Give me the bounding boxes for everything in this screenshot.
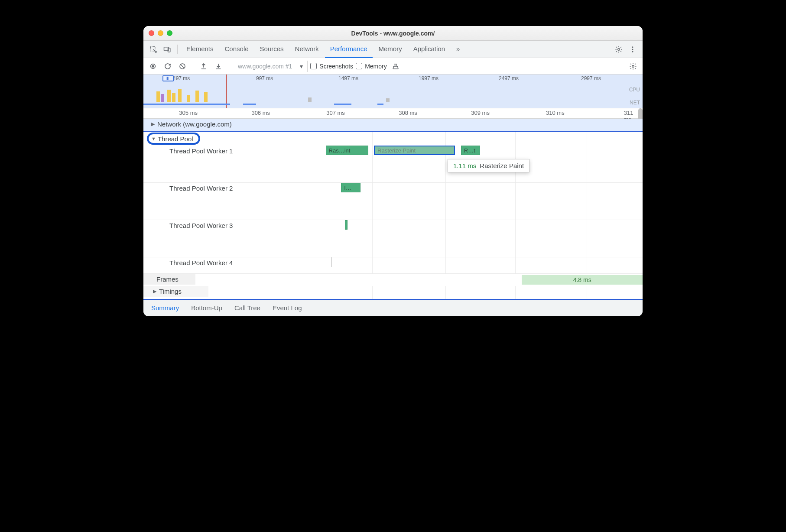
detail-tab-bottomup[interactable]: Bottom-Up	[189, 299, 224, 316]
svg-point-6	[632, 51, 633, 52]
chevron-down-icon: ▼	[151, 136, 156, 141]
settings-icon[interactable]	[612, 43, 625, 56]
chevron-down-icon: ▾	[300, 63, 303, 70]
worker1-label: Thread Pool Worker 1	[143, 146, 256, 156]
window-controls	[149, 30, 172, 36]
network-label-text: Network (ww.google.com)	[157, 120, 232, 128]
svg-point-10	[632, 65, 634, 67]
more-tabs-button[interactable]: »	[451, 41, 465, 58]
memory-label: Memory	[365, 63, 387, 70]
overview-tick: 2997 ms	[581, 75, 601, 81]
tooltip-name: Rasterize Paint	[480, 162, 524, 169]
tab-memory[interactable]: Memory	[374, 41, 407, 58]
window-title: DevTools - www.google.com/	[351, 30, 435, 37]
download-icon[interactable]	[212, 60, 224, 72]
network-track-label: ▶ Network (ww.google.com)	[143, 119, 256, 130]
net-bar	[243, 104, 256, 105]
timings-track[interactable]: ▶ Timings	[143, 286, 643, 299]
capture-settings-icon[interactable]	[627, 60, 639, 72]
detail-tab-calltree[interactable]: Call Tree	[233, 299, 262, 316]
tooltip-time: 1.11 ms	[453, 162, 476, 169]
close-window-button[interactable]	[149, 30, 154, 36]
timings-label: ▶ Timings	[143, 286, 208, 297]
timings-label-text: Timings	[159, 288, 182, 295]
separator	[193, 62, 193, 71]
zoom-window-button[interactable]	[167, 30, 172, 36]
ruler-tick: 306 ms	[251, 110, 270, 116]
overview-tick: 497 ms	[173, 75, 190, 81]
performance-toolbar: www.google.com #1 ▾ Screenshots Memory	[143, 58, 643, 75]
worker4-label: Thread Pool Worker 4	[143, 257, 256, 268]
tab-sources[interactable]: Sources	[255, 41, 289, 58]
timeline-overview[interactable]: 497 ms 997 ms 1497 ms 1997 ms 2497 ms 29…	[143, 75, 643, 108]
inspect-element-icon[interactable]	[147, 43, 160, 56]
ruler-tick: 308 ms	[399, 110, 417, 116]
clear-icon[interactable]	[176, 60, 188, 72]
garbage-collect-icon[interactable]	[390, 60, 402, 72]
network-track[interactable]: ▶ Network (ww.google.com)	[143, 119, 643, 132]
overview-tick: 2497 ms	[499, 75, 519, 81]
screenshots-checkbox[interactable]: Screenshots	[310, 63, 353, 70]
ruler-tick: 309 ms	[471, 110, 490, 116]
flame-event-tiny[interactable]	[331, 257, 332, 267]
upload-icon[interactable]	[198, 60, 210, 72]
frames-track[interactable]: Frames 4.8 ms	[143, 274, 643, 286]
frame-block[interactable]: 4.8 ms	[522, 275, 643, 285]
tab-console[interactable]: Console	[220, 41, 254, 58]
separator	[229, 62, 229, 71]
worker2-label: Thread Pool Worker 2	[143, 183, 256, 194]
worker1-track[interactable]: Thread Pool Worker 1 Ras…int Rasterize P…	[143, 146, 643, 183]
overview-tick: 997 ms	[256, 75, 273, 81]
panel-tabbar: Elements Console Sources Network Perform…	[143, 41, 643, 58]
recording-name: www.google.com #1	[238, 63, 292, 70]
overview-tick: 1497 ms	[338, 75, 358, 81]
chevron-right-icon: ▶	[151, 121, 155, 127]
net-bar	[334, 104, 351, 105]
checkbox-icon	[310, 63, 317, 69]
worker4-track[interactable]: Thread Pool Worker 4	[143, 257, 643, 274]
device-toggle-icon[interactable]	[161, 43, 174, 56]
thread-pool-label: Thread Pool	[158, 135, 193, 143]
worker3-label: Thread Pool Worker 3	[143, 220, 256, 231]
worker2-track[interactable]: Thread Pool Worker 2 I…	[143, 183, 643, 220]
checkbox-icon	[356, 63, 362, 69]
tab-network[interactable]: Network	[290, 41, 324, 58]
memory-checkbox[interactable]: Memory	[356, 63, 387, 70]
flamechart-area[interactable]: ▶ Network (ww.google.com) ▼ Thread Pool …	[143, 119, 643, 299]
flame-event[interactable]: R…t	[461, 146, 481, 155]
ruler-tick: 307 ms	[326, 110, 345, 116]
net-bar	[143, 104, 230, 105]
ruler-tick: 310 ms	[546, 110, 565, 116]
window-titlebar: DevTools - www.google.com/	[143, 26, 643, 41]
kebab-menu-icon[interactable]	[626, 43, 639, 56]
devtools-window: DevTools - www.google.com/ Elements Cons…	[143, 26, 643, 316]
detail-tab-eventlog[interactable]: Event Log	[271, 299, 304, 316]
tab-elements[interactable]: Elements	[181, 41, 219, 58]
svg-point-8	[152, 65, 154, 67]
flame-event[interactable]: Ras…int	[326, 146, 368, 155]
svg-point-3	[618, 48, 620, 50]
divider	[177, 45, 178, 54]
minimize-window-button[interactable]	[158, 30, 163, 36]
chevron-right-icon: ▶	[153, 289, 156, 294]
record-button-icon[interactable]	[147, 60, 159, 72]
flame-event[interactable]: I…	[341, 183, 361, 192]
flame-event[interactable]	[345, 220, 347, 230]
reload-record-icon[interactable]	[162, 60, 174, 72]
tab-performance[interactable]: Performance	[325, 41, 373, 58]
svg-point-4	[632, 46, 633, 48]
timeline-ruler[interactable]: 305 ms 306 ms 307 ms 308 ms 309 ms 310 m…	[143, 108, 643, 119]
frames-label: Frames	[143, 274, 195, 285]
thread-pool-header[interactable]: ▼ Thread Pool	[147, 133, 200, 145]
recording-selector[interactable]: www.google.com #1 ▾	[234, 61, 308, 72]
ruler-tick: 305 ms	[179, 110, 198, 116]
event-tooltip: 1.11 ms Rasterize Paint	[448, 159, 529, 172]
detail-tab-summary[interactable]: Summary	[149, 299, 181, 316]
tab-application[interactable]: Application	[408, 41, 450, 58]
worker3-track[interactable]: Thread Pool Worker 3	[143, 220, 643, 257]
net-bar	[377, 104, 383, 105]
flame-event-selected[interactable]: Rasterize Paint	[374, 146, 455, 155]
overview-tick: 1997 ms	[419, 75, 438, 81]
range-handle[interactable]	[162, 75, 174, 81]
cpu-activity	[143, 88, 643, 102]
